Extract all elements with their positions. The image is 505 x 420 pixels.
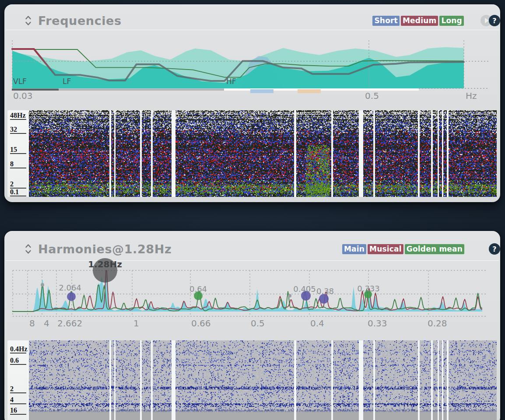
harmonic-marker-label: 0.38 <box>316 287 334 296</box>
help-button[interactable]: ? <box>489 243 500 255</box>
x-axis-label: 2.662 <box>57 318 82 329</box>
collapse-updown-icon <box>25 14 32 27</box>
band-label: VLF <box>13 77 27 86</box>
x-axis-label: 0.5 <box>365 91 379 101</box>
panel-title: Harmonies@1.28Hz <box>38 242 172 256</box>
app-root: { "app": {"background_color": "#16212d",… <box>0 0 505 420</box>
spectrogram-axis-tick: 15 <box>10 146 26 154</box>
timeline-bar <box>12 89 419 94</box>
legend-chip-musical[interactable]: Musical <box>368 244 403 254</box>
x-axis-label: 0.28 <box>428 318 447 329</box>
legend-chip-medium[interactable]: Medium <box>401 16 438 26</box>
spectrogram-axis-tick: 0.1 <box>10 188 26 196</box>
spectrogram-axis-tick: 32 <box>10 126 26 134</box>
band-label: LF <box>63 77 71 86</box>
x-axis-label: 0.66 <box>191 318 211 329</box>
timeline-marker <box>250 89 274 93</box>
selected-harmonic-label: 1.28Hz <box>88 259 122 270</box>
minor-peak-dot <box>41 283 44 287</box>
harmonies-spectrogram-image <box>28 340 497 420</box>
frequencies-chart[interactable]: VLFLFHF0.030.5Hz <box>4 30 500 109</box>
panel-title: Frequencies <box>38 14 122 28</box>
harmonic-marker-label: 0.405 <box>293 284 316 294</box>
main-series-area <box>12 275 482 312</box>
band-label: HF <box>226 77 236 86</box>
musical-series-line <box>12 270 482 312</box>
x-axis-label: Hz <box>466 91 477 101</box>
spectrogram-axis-tick: 48Hz <box>10 112 26 120</box>
collapse-toggle[interactable] <box>25 14 32 27</box>
legend-chip-long[interactable]: Long <box>439 16 464 26</box>
harmonies-panel: Harmonies@1.28Hz MainMusicalGolden mean … <box>4 231 500 420</box>
harmonic-marker-label: 0.64 <box>189 284 207 294</box>
frequencies-spectrogram-axis: 48Hz3215820.1 <box>7 110 28 197</box>
timeline-marker <box>298 89 321 93</box>
harmonies-chart[interactable]: 2.0640.640.4050.380.3331.28Hz842.66210.6… <box>4 256 500 338</box>
frequencies-legend: ShortMediumLong <box>371 16 464 26</box>
collapse-toggle[interactable] <box>25 243 32 255</box>
x-axis-label: 1 <box>133 318 139 329</box>
frequencies-header: Frequencies ShortMediumLong ? <box>4 4 500 33</box>
play-icon <box>485 18 489 23</box>
spectrogram-axis-tick: 2 <box>10 385 26 393</box>
timeline-segment <box>59 89 224 91</box>
x-axis-labels: 0.030.5Hz <box>13 91 477 101</box>
x-axis-label: 8 <box>29 318 35 329</box>
golden-mean-series-line <box>12 285 482 312</box>
spectrogram-axis-tick: 0.6 <box>10 357 26 365</box>
spectrogram-axis-tick: 8 <box>10 160 26 168</box>
frequencies-panel: Frequencies ShortMediumLong ? VLFLFHF0.0… <box>4 4 500 202</box>
spectrogram-axis-tick: 16 <box>10 406 26 415</box>
legend-chip-golden-mean[interactable]: Golden mean <box>405 244 464 254</box>
help-button[interactable]: ? <box>489 15 500 26</box>
spectrogram-axis-tick: 0.4Hz <box>10 345 26 354</box>
frequencies-spectrogram-image <box>28 110 497 197</box>
minor-peak-dot <box>288 294 291 298</box>
legend-chip-short[interactable]: Short <box>372 16 400 26</box>
frequency-bands-areas <box>12 47 464 88</box>
x-axis-labels: 842.66210.660.50.40.330.28 <box>29 318 447 329</box>
x-axis-label: 0.03 <box>13 91 33 101</box>
x-axis-label: 0.33 <box>368 318 387 329</box>
harmonic-marker-label: 2.064 <box>59 283 81 292</box>
spectrogram-axis-tick: 4 <box>10 396 26 404</box>
harmonic-marker-label: 0.333 <box>357 284 380 293</box>
harmonies-spectrogram-axis: 0.4Hz0.62416 <box>7 340 28 420</box>
x-axis-label: 0.5 <box>251 318 265 329</box>
legend-chip-main[interactable]: Main <box>342 244 366 254</box>
x-axis-label: 4 <box>44 318 49 329</box>
harmonic-marker[interactable] <box>67 292 76 301</box>
harmonies-legend: MainMusicalGolden mean <box>341 244 464 254</box>
x-axis-label: 0.4 <box>310 318 324 329</box>
spectrogram-axis-tick: 2 <box>10 180 26 189</box>
collapse-updown-icon <box>25 243 32 255</box>
